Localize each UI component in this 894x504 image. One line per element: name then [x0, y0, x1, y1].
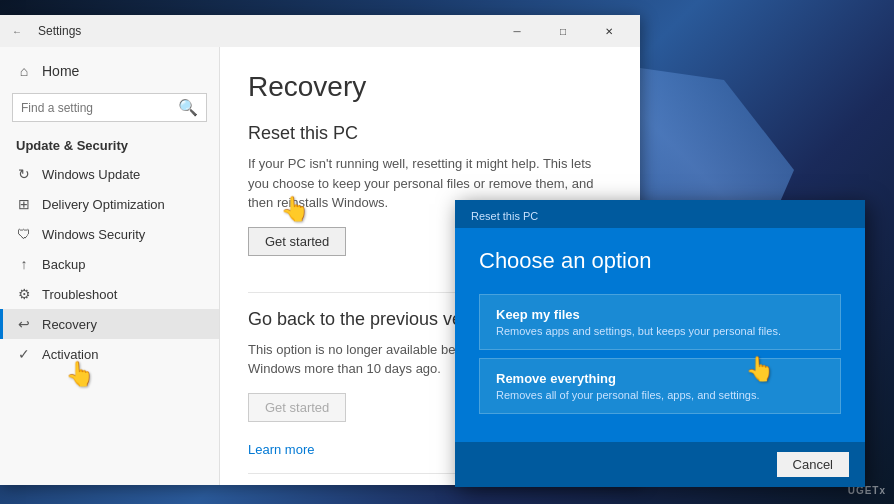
- troubleshoot-icon: ⚙: [16, 286, 32, 302]
- sidebar-item-activation[interactable]: ✓ Activation: [0, 339, 219, 369]
- sidebar-item-windows-update[interactable]: ↻ Windows Update: [0, 159, 219, 189]
- page-title: Recovery: [248, 71, 612, 103]
- remove-everything-option[interactable]: Remove everything Removes all of your pe…: [479, 358, 841, 414]
- keep-files-option[interactable]: Keep my files Removes apps and settings,…: [479, 294, 841, 350]
- cancel-button[interactable]: Cancel: [777, 452, 849, 477]
- sidebar-item-label: Windows Update: [42, 167, 140, 182]
- search-icon: 🔍: [178, 98, 198, 117]
- reset-dialog: Reset this PC Choose an option Keep my f…: [455, 200, 865, 487]
- reset-section-title: Reset this PC: [248, 123, 612, 144]
- close-button[interactable]: ✕: [586, 15, 632, 47]
- search-input[interactable]: [21, 101, 178, 115]
- windows-security-icon: 🛡: [16, 226, 32, 242]
- activation-icon: ✓: [16, 346, 32, 362]
- keep-files-title: Keep my files: [496, 307, 824, 322]
- windows-update-icon: ↻: [16, 166, 32, 182]
- sidebar-item-windows-security[interactable]: 🛡 Windows Security: [0, 219, 219, 249]
- remove-everything-title: Remove everything: [496, 371, 824, 386]
- go-back-get-started-button: Get started: [248, 393, 346, 422]
- reset-dialog-title: Choose an option: [479, 248, 841, 274]
- sidebar-item-troubleshoot[interactable]: ⚙ Troubleshoot: [0, 279, 219, 309]
- reset-dialog-header-title: Reset this PC: [471, 210, 538, 222]
- sidebar-item-label: Windows Security: [42, 227, 145, 242]
- reset-dialog-header: Reset this PC: [455, 200, 865, 228]
- backup-icon: ↑: [16, 256, 32, 272]
- sidebar-item-label: Activation: [42, 347, 98, 362]
- title-bar-nav: ←: [8, 22, 26, 40]
- sidebar-item-delivery-optimization[interactable]: ⊞ Delivery Optimization: [0, 189, 219, 219]
- window-title: Settings: [38, 24, 81, 38]
- title-bar: ← Settings ─ □ ✕: [0, 15, 640, 47]
- reset-dialog-body: Choose an option Keep my files Removes a…: [455, 228, 865, 442]
- sidebar-item-label: Delivery Optimization: [42, 197, 165, 212]
- recovery-icon: ↩: [16, 316, 32, 332]
- sidebar: ⌂ Home 🔍 Update & Security ↻ Windows Upd…: [0, 47, 220, 485]
- back-button[interactable]: ←: [8, 22, 26, 40]
- sidebar-item-label: Backup: [42, 257, 85, 272]
- title-bar-controls: ─ □ ✕: [494, 15, 632, 47]
- sidebar-item-backup[interactable]: ↑ Backup: [0, 249, 219, 279]
- maximize-button[interactable]: □: [540, 15, 586, 47]
- reset-dialog-footer: Cancel: [455, 442, 865, 487]
- sidebar-item-label: Recovery: [42, 317, 97, 332]
- home-icon: ⌂: [16, 63, 32, 79]
- sidebar-search-box[interactable]: 🔍: [12, 93, 207, 122]
- sidebar-item-recovery[interactable]: ↩ Recovery: [0, 309, 219, 339]
- delivery-optimization-icon: ⊞: [16, 196, 32, 212]
- sidebar-item-home[interactable]: ⌂ Home: [0, 55, 219, 87]
- minimize-button[interactable]: ─: [494, 15, 540, 47]
- remove-everything-description: Removes all of your personal files, apps…: [496, 389, 824, 401]
- sidebar-item-label: Troubleshoot: [42, 287, 117, 302]
- sidebar-home-label: Home: [42, 63, 79, 79]
- keep-files-description: Removes apps and settings, but keeps you…: [496, 325, 824, 337]
- title-bar-left: ← Settings: [8, 22, 81, 40]
- reset-get-started-button[interactable]: Get started: [248, 227, 346, 256]
- sidebar-section-title: Update & Security: [0, 128, 219, 159]
